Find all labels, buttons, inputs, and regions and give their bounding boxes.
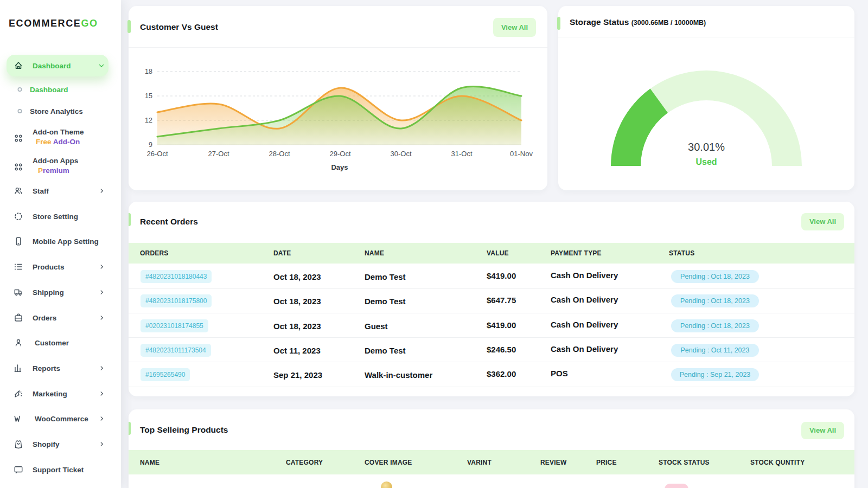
svg-text:30.01%: 30.01% bbox=[688, 141, 725, 153]
svg-text:01-Nov: 01-Nov bbox=[510, 150, 533, 158]
svg-text:27-Oct: 27-Oct bbox=[208, 150, 229, 158]
svg-text:ECOMMERCEGO: ECOMMERCEGO bbox=[9, 18, 98, 29]
svg-text:30-Oct: 30-Oct bbox=[390, 150, 411, 158]
svg-text:Used: Used bbox=[695, 157, 717, 166]
svg-text:26-Oct: 26-Oct bbox=[146, 150, 168, 158]
svg-text:18: 18 bbox=[145, 68, 152, 75]
svg-text:12: 12 bbox=[145, 117, 152, 124]
svg-text:15: 15 bbox=[145, 92, 152, 100]
svg-text:Days: Days bbox=[331, 163, 348, 171]
svg-text:9: 9 bbox=[149, 141, 152, 149]
svg-text:31-Oct: 31-Oct bbox=[451, 150, 472, 158]
svg-text:29-Oct: 29-Oct bbox=[329, 150, 350, 158]
svg-text:28-Oct: 28-Oct bbox=[269, 150, 290, 158]
